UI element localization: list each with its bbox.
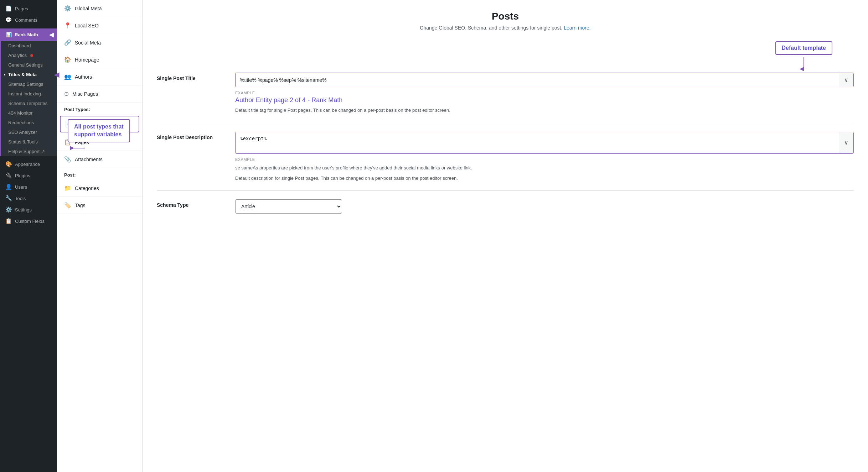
pages-icon: 📄 <box>5 5 12 12</box>
homepage-icon: 🏠 <box>64 56 71 63</box>
sidebar-item-titles-meta[interactable]: Titles & Meta ◀ <box>1 70 57 79</box>
submenu-item-misc-pages[interactable]: ⊙ Misc Pages <box>57 85 142 103</box>
desc-example-partial: se sameAs properties are picked from the… <box>235 164 854 172</box>
sidebar-item-schema-templates[interactable]: Schema Templates <box>1 99 57 108</box>
rank-math-icon: 📊 <box>6 32 12 37</box>
sidebar-item-settings[interactable]: ⚙️ Settings <box>0 204 57 215</box>
sidebar-item-sitemap-settings[interactable]: Sitemap Settings <box>1 79 57 89</box>
tools-icon: 🔧 <box>5 195 12 201</box>
default-template-callout-box: Default template <box>775 41 832 55</box>
learn-more-link[interactable]: Learn more <box>564 25 589 31</box>
custom-fields-icon: 📋 <box>5 218 12 224</box>
submenu-panel: ⚙️ Global Meta 📍 Local SEO 🔗 Social Meta… <box>57 0 143 472</box>
sidebar: 📄 Pages 💬 Comments 📊 Rank Math ◀ Dashboa… <box>0 0 57 472</box>
post-types-annotation-wrapper: All post types that support variables <box>68 119 130 152</box>
schema-type-select[interactable]: Article BlogPosting NewsArticle None <box>235 199 342 214</box>
submenu-item-attachments[interactable]: 📎 Attachments <box>57 151 142 168</box>
divider-2 <box>157 190 854 191</box>
sidebar-item-seo-analyzer[interactable]: SEO Analyzer <box>1 127 57 137</box>
social-meta-icon: 🔗 <box>64 39 71 46</box>
title-field-desc: Default title tag for single Post pages.… <box>235 107 854 114</box>
desc-example-wrapper: se sameAs properties are picked from the… <box>235 164 854 182</box>
content-panel: Posts Change Global SEO, Schema, and oth… <box>143 0 868 472</box>
sidebar-item-status-tools[interactable]: Status & Tools <box>1 137 57 147</box>
example-label-1: EXAMPLE <box>235 91 854 95</box>
titles-meta-arrow: ◀ <box>54 71 59 79</box>
sidebar-item-plugins[interactable]: 🔌 Plugins <box>0 170 57 181</box>
single-post-title-label: Single Post Title <box>157 73 228 81</box>
submenu-item-categories[interactable]: 📁 Categories <box>57 180 142 197</box>
schema-type-label: Schema Type <box>157 199 228 208</box>
post-label: Post: <box>57 168 142 180</box>
post-types-label: Post Types: <box>57 103 142 114</box>
single-post-desc-row: Single Post Description %excerpt% ∨ EXAM… <box>157 132 854 182</box>
sidebar-item-custom-fields[interactable]: 📋 Custom Fields <box>0 215 57 227</box>
post-types-arrow-row <box>68 145 86 152</box>
schema-type-content: Article BlogPosting NewsArticle None <box>235 199 854 214</box>
analytics-dot <box>30 54 33 57</box>
sidebar-item-instant-indexing[interactable]: Instant Indexing <box>1 89 57 99</box>
sidebar-item-analytics[interactable]: Analytics <box>1 51 57 60</box>
settings-icon: ⚙️ <box>5 206 12 213</box>
sidebar-item-general-settings[interactable]: General Settings <box>1 60 57 70</box>
desc-example-full: Default description for single Post page… <box>235 175 854 182</box>
desc-dropdown-button[interactable]: ∨ <box>839 132 853 153</box>
single-post-title-input[interactable] <box>236 74 839 86</box>
sidebar-item-help-support[interactable]: Help & Support ↗ <box>1 147 57 156</box>
single-post-title-content: ∨ EXAMPLE Author Entity page 2 of 4 - Ra… <box>235 73 854 114</box>
authors-icon: 👥 <box>64 73 71 80</box>
sidebar-item-users[interactable]: 👤 Users <box>0 181 57 193</box>
post-types-arrow-svg <box>68 145 86 152</box>
appearance-icon: 🎨 <box>5 161 12 167</box>
divider-1 <box>157 123 854 123</box>
misc-pages-icon: ⊙ <box>64 90 69 97</box>
categories-icon: 📁 <box>64 185 71 192</box>
sidebar-item-comments[interactable]: 💬 Comments <box>0 14 57 26</box>
post-types-callout-box: All post types that support variables <box>68 119 130 142</box>
rank-math-section: 📊 Rank Math ◀ Dashboard Analytics Genera… <box>0 28 57 156</box>
single-post-title-input-row: ∨ <box>235 73 854 87</box>
single-post-desc-label: Single Post Description <box>157 132 228 140</box>
sidebar-collapse-arrow: ◀ <box>49 31 53 38</box>
submenu-item-social-meta[interactable]: 🔗 Social Meta <box>57 34 142 51</box>
local-seo-icon: 📍 <box>64 22 71 29</box>
default-template-arrow-svg <box>799 57 809 71</box>
example-label-2: EXAMPLE <box>235 157 854 162</box>
single-post-desc-content: %excerpt% ∨ EXAMPLE se sameAs properties… <box>235 132 854 182</box>
single-post-desc-textarea[interactable]: %excerpt% <box>236 132 839 153</box>
attachments-icon: 📎 <box>64 156 71 163</box>
default-template-annotation-area: Default template <box>157 41 854 71</box>
sidebar-item-pages[interactable]: 📄 Pages <box>0 3 57 14</box>
default-template-callout-wrapper: Default template <box>775 41 832 71</box>
submenu-item-authors[interactable]: 👥 Authors <box>57 68 142 85</box>
schema-type-row: Schema Type Article BlogPosting NewsArti… <box>157 199 854 214</box>
global-meta-icon: ⚙️ <box>64 5 71 12</box>
sidebar-item-404-monitor[interactable]: 404 Monitor <box>1 108 57 118</box>
submenu-item-global-meta[interactable]: ⚙️ Global Meta <box>57 0 142 17</box>
submenu-item-homepage[interactable]: 🏠 Homepage <box>57 51 142 68</box>
desc-annotation-area: EXAMPLE se sameAs properties are picked … <box>235 157 854 182</box>
page-subtitle: Change Global SEO, Schema, and other set… <box>157 25 854 31</box>
sidebar-item-appearance[interactable]: 🎨 Appearance <box>0 158 57 170</box>
submenu-item-tags[interactable]: 🏷️ Tags <box>57 197 142 214</box>
sidebar-item-redirections[interactable]: Redirections <box>1 118 57 127</box>
sidebar-item-tools[interactable]: 🔧 Tools <box>0 193 57 204</box>
users-icon: 👤 <box>5 184 12 190</box>
post-types-group: All post types that support variables <box>57 116 142 168</box>
single-post-title-row: Single Post Title ∨ EXAMPLE Author Entit… <box>157 73 854 114</box>
single-post-desc-textarea-row: %excerpt% ∨ <box>235 132 854 154</box>
title-dropdown-button[interactable]: ∨ <box>839 73 853 87</box>
rank-math-header[interactable]: 📊 Rank Math ◀ <box>1 28 57 41</box>
page-title: Posts <box>157 11 854 22</box>
tags-icon: 🏷️ <box>64 202 71 209</box>
rank-math-subnav: Dashboard Analytics General Settings Tit… <box>1 41 57 156</box>
post-types-callout: All post types that support variables <box>68 119 130 152</box>
sidebar-bottom: 🎨 Appearance 🔌 Plugins 👤 Users 🔧 Tools ⚙… <box>0 158 57 227</box>
comments-icon: 💬 <box>5 17 12 23</box>
plugins-icon: 🔌 <box>5 172 12 179</box>
sidebar-item-dashboard[interactable]: Dashboard <box>1 41 57 51</box>
example-title-1: Author Entity page 2 of 4 - Rank Math <box>235 96 854 104</box>
submenu-item-local-seo[interactable]: 📍 Local SEO <box>57 17 142 34</box>
main-content: ⚙️ Global Meta 📍 Local SEO 🔗 Social Meta… <box>57 0 868 472</box>
